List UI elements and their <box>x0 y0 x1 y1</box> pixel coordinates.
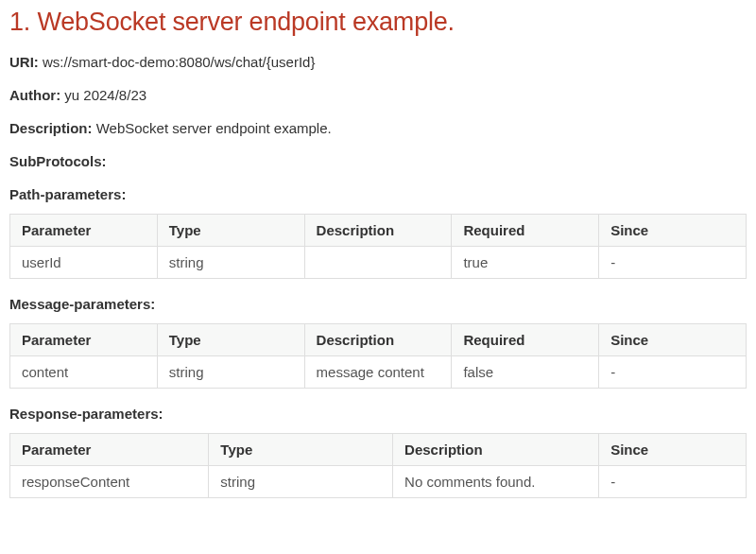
td-description: message content <box>304 356 452 389</box>
subprotocols-label: SubProtocols: <box>9 153 107 169</box>
uri-row: URI: ws://smart-doc-demo:8080/ws/chat/{u… <box>9 54 747 70</box>
description-label: Description: <box>9 120 93 136</box>
td-description: No comments found. <box>393 466 599 498</box>
th-description: Description <box>393 434 599 466</box>
response-params-table: Parameter Type Description Since respons… <box>9 433 747 498</box>
td-type: string <box>157 247 304 279</box>
page-title: 1. WebSocket server endpoint example. <box>9 8 747 37</box>
th-since: Since <box>599 434 747 466</box>
th-description: Description <box>304 215 452 247</box>
th-parameter: Parameter <box>10 434 209 466</box>
td-parameter: content <box>10 356 158 389</box>
th-since: Since <box>599 324 747 356</box>
th-required: Required <box>452 324 599 356</box>
th-parameter: Parameter <box>10 215 158 247</box>
description-value: WebSocket server endpoint example. <box>96 120 332 136</box>
table-row: responseContent string No comments found… <box>10 466 747 498</box>
th-parameter: Parameter <box>10 324 158 356</box>
response-params-label: Response-parameters: <box>9 406 747 422</box>
path-params-table: Parameter Type Description Required Sinc… <box>9 214 747 279</box>
td-type: string <box>209 466 393 498</box>
th-since: Since <box>599 215 747 247</box>
td-parameter: responseContent <box>10 466 209 498</box>
table-row: content string message content false - <box>10 356 747 389</box>
message-params-label: Message-parameters: <box>9 296 747 312</box>
td-since: - <box>599 356 747 389</box>
td-required: false <box>452 356 599 389</box>
path-params-label: Path-parameters: <box>9 186 747 202</box>
table-header-row: Parameter Type Description Required Sinc… <box>10 215 747 247</box>
th-required: Required <box>452 215 599 247</box>
th-type: Type <box>157 215 304 247</box>
td-since: - <box>599 466 747 498</box>
td-required: true <box>452 247 599 279</box>
td-since: - <box>599 247 747 279</box>
message-params-table: Parameter Type Description Required Sinc… <box>9 323 747 389</box>
uri-label: URI: <box>9 54 39 70</box>
table-header-row: Parameter Type Description Required Sinc… <box>10 324 747 356</box>
subprotocols-row: SubProtocols: <box>9 153 747 169</box>
author-label: Author: <box>9 87 60 103</box>
th-type: Type <box>209 434 393 466</box>
author-row: Author: yu 2024/8/23 <box>9 87 747 103</box>
td-parameter: userId <box>10 247 158 279</box>
description-row: Description: WebSocket server endpoint e… <box>9 120 747 136</box>
table-header-row: Parameter Type Description Since <box>10 434 747 466</box>
uri-value: ws://smart-doc-demo:8080/ws/chat/{userId… <box>43 54 315 70</box>
td-description <box>304 247 452 279</box>
author-value: yu 2024/8/23 <box>64 87 146 103</box>
th-description: Description <box>304 324 452 356</box>
td-type: string <box>157 356 304 389</box>
table-row: userId string true - <box>10 247 747 279</box>
th-type: Type <box>157 324 304 356</box>
